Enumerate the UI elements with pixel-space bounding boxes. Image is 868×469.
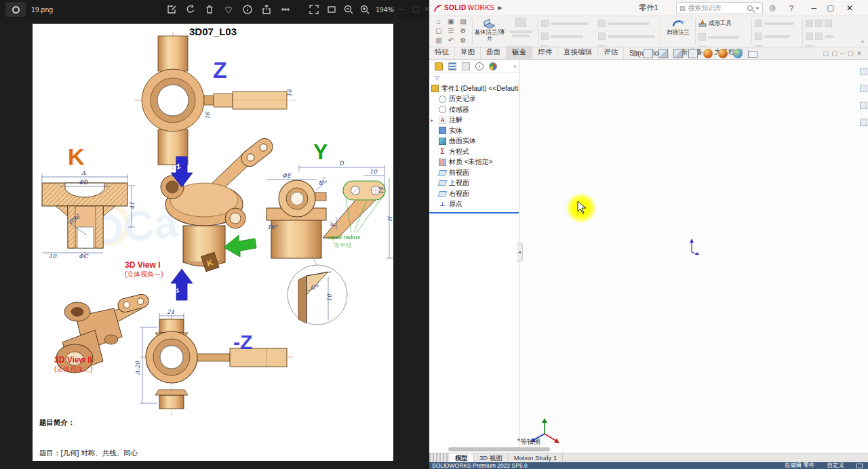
tab-direct-editing[interactable]: 直接编辑 (558, 46, 598, 59)
tab-weldments[interactable]: 焊件 (532, 46, 558, 59)
zoom-in-icon[interactable] (359, 4, 370, 15)
appearance-icon[interactable] (718, 49, 728, 58)
view-settings-icon[interactable] (748, 51, 757, 58)
settings-icon[interactable]: ⚙ (457, 37, 469, 46)
base-flange-button[interactable]: 基体法兰/薄片 (474, 16, 505, 47)
camera-lens-icon (12, 6, 20, 14)
dim-k-b: ΦB (79, 179, 88, 186)
view-orientation-label: *等轴测 (517, 437, 540, 447)
tab-features[interactable]: 特征 (429, 46, 455, 59)
fullscreen-icon[interactable] (309, 4, 319, 15)
featuremanager-tab-icon[interactable] (435, 62, 443, 70)
tree-item-annotations[interactable]: ▸A注解 (429, 115, 519, 126)
search-caret-icon[interactable] (755, 7, 760, 12)
forming-tool-button[interactable]: 成形工具 (698, 20, 749, 28)
configuration-tab-icon[interactable] (462, 62, 470, 70)
new-doc-icon[interactable]: ▢ (433, 27, 445, 37)
more-icon[interactable] (280, 4, 291, 15)
ribbon-collapse-icon[interactable]: ^ (861, 39, 864, 46)
print-icon[interactable]: ▤ (457, 18, 469, 27)
options-icon[interactable]: ⚙ (457, 27, 469, 37)
tab-sketch[interactable]: 草图 (455, 46, 481, 59)
displaymanager-tab-icon[interactable] (489, 62, 497, 70)
sw-close-button[interactable]: ✕ (846, 3, 853, 13)
dimxpert-tab-icon[interactable] (475, 62, 484, 70)
delete-icon[interactable] (204, 4, 215, 15)
tree-item-right-plane[interactable]: 右视面 (429, 188, 519, 199)
save-icon[interactable]: ▣ (445, 18, 457, 27)
expand-caret-icon[interactable]: ▸ (431, 117, 433, 123)
tree-item-equations[interactable]: Σ方程式 (429, 146, 519, 157)
scan-flange-button[interactable]: 扫描法兰 (663, 16, 694, 47)
status-sheet-icon[interactable] (856, 464, 863, 468)
view-orientation-icon[interactable] (673, 49, 683, 58)
tree-item-front-plane[interactable]: 前视面 (429, 167, 519, 178)
panel-collapse-arrow[interactable]: ◂ (517, 243, 523, 262)
dim-k-a: A (81, 169, 86, 176)
edit-icon[interactable] (166, 4, 177, 15)
view2-name: 3D View II (54, 355, 92, 365)
zoom-out-icon[interactable] (343, 4, 354, 15)
tree-item-label: 材质 <未指定> (449, 157, 492, 167)
user-account-icon[interactable]: ◎ (769, 3, 776, 12)
tab-surfaces[interactable]: 曲面 (481, 46, 507, 59)
tree-item-origin[interactable]: ⊥原点 (429, 199, 519, 210)
photos-app-icon[interactable] (5, 2, 26, 17)
tree-item-material[interactable]: 材质 <未指定> (429, 157, 519, 168)
tab-scroll-area[interactable] (429, 453, 450, 462)
tree-item-label: 方程式 (449, 147, 469, 157)
task-pane-icon[interactable] (860, 119, 867, 126)
home-icon[interactable]: ⌂ (433, 18, 445, 27)
undo-icon[interactable]: ↶ (445, 37, 457, 46)
photos-maximize-button[interactable]: ▢ (412, 5, 419, 14)
task-pane-icon[interactable] (860, 85, 867, 92)
search-box[interactable]: ▤ 搜索知识库 (676, 2, 763, 14)
display-style-icon[interactable] (688, 49, 698, 58)
share-icon[interactable] (261, 4, 272, 15)
propertymanager-tab-icon[interactable] (448, 62, 456, 70)
tree-item-sensors[interactable]: 传感器 (429, 104, 519, 115)
tab-evaluate[interactable]: 评估 (598, 46, 624, 59)
rebuild-icon[interactable]: ☰ (445, 27, 457, 37)
search-icon[interactable] (747, 5, 753, 11)
dim-y-e: ΦE (282, 172, 292, 179)
section-view-icon[interactable] (658, 49, 668, 58)
ribbon-group-disabled-4 (804, 16, 844, 47)
task-pane-icon[interactable] (860, 68, 867, 75)
tree-filter[interactable]: ▽ (429, 73, 519, 83)
tree-root[interactable]: 零件1 (Default) <<Default>_Photo (429, 83, 519, 94)
zoom-level[interactable]: 194% (376, 5, 394, 14)
sw-minimize-button[interactable]: ─ (811, 4, 816, 12)
doc-tab-model[interactable]: 模型 (450, 453, 474, 462)
scene-icon[interactable] (733, 49, 743, 58)
tree-item-surface-bodies[interactable]: 曲面实体 (429, 136, 519, 147)
dim-detail-10: 10 (326, 294, 333, 302)
hide-show-items-icon[interactable] (703, 49, 713, 58)
document-window-controls[interactable]: ▢▢─▢✕ (823, 49, 865, 57)
info-line: 题目简介： (39, 417, 389, 428)
info-icon[interactable] (242, 4, 253, 15)
zoom-to-area-icon[interactable] (644, 49, 653, 58)
tab-sheet-metal[interactable]: 钣金 (507, 46, 532, 59)
open-icon[interactable]: ▥ (433, 37, 445, 46)
task-pane-icon[interactable] (860, 102, 867, 109)
horizontal-scrollbar[interactable] (448, 447, 550, 451)
rollback-bar[interactable] (429, 212, 519, 213)
tree-item-solid-bodies[interactable]: 实体 (429, 125, 519, 136)
panel-expand-icon[interactable]: › (514, 62, 516, 70)
tree-item-top-plane[interactable]: 上视面 (429, 178, 519, 189)
rotate-icon[interactable] (185, 4, 196, 15)
brand-arrow-icon[interactable]: ▶ (498, 5, 502, 11)
help-icon[interactable]: ? (789, 4, 793, 12)
status-custom[interactable]: 自定义 (827, 462, 845, 469)
doc-tab-3dviews[interactable]: 3D 视图 (474, 453, 509, 462)
zoom-to-fit-icon[interactable] (633, 51, 638, 56)
doc-tab-motion-study[interactable]: Motion Study 1 (509, 453, 563, 462)
sw-maximize-button[interactable]: ▢ (827, 3, 834, 12)
status-editing: 在编辑 零件 (785, 462, 815, 469)
fit-to-window-icon[interactable] (326, 4, 337, 15)
tree-item-history[interactable]: 历史记录 (429, 94, 519, 105)
tree-item-label: 实体 (449, 126, 462, 136)
photos-minimize-button[interactable]: ─ (399, 5, 404, 13)
favorite-icon[interactable] (223, 4, 234, 15)
